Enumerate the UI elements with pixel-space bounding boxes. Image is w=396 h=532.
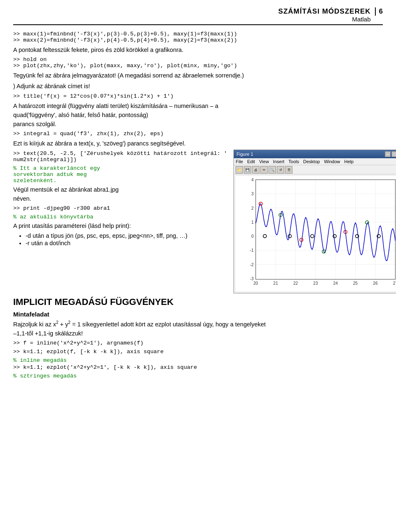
section-code-2: >> k=1.1; ezplot(f, [-k k -k k]), axis s… (13, 349, 383, 355)
print-params-list: -d után a típus jön (ps, psc, eps, epsc,… (26, 232, 227, 246)
svg-text:2: 2 (252, 206, 254, 211)
svg-text:-3: -3 (250, 277, 254, 281)
two-col-section: >> text(20.5, -2.5, ['Zérushelyek között… (13, 150, 383, 293)
code-block-6-black: >> print -djpeg90 -r300 abra1 (13, 205, 227, 211)
left-column: >> text(20.5, -2.5, ['Zérushelyek között… (13, 150, 227, 293)
menu-desktop[interactable]: Desktop (303, 159, 320, 164)
code-block-5-black: >> text(20.5, -2.5, ['Zérushelyek között… (13, 150, 227, 163)
body-text-6: Végül mentsük el az ábránkat abra1.jpgné… (13, 185, 227, 204)
section-code-5: % sztringes megadás (13, 373, 383, 379)
body-text-3: ) Adjunk az ábrának címet is! (13, 82, 383, 91)
right-column: Figure 1 ─ □ ✕ File Edit View Insert Too… (233, 150, 396, 293)
page-number: 6 (375, 7, 383, 16)
code-block-4: >> integral = quad('f3', zhx(1), zhx(2),… (13, 131, 383, 137)
svg-text:3: 3 (252, 192, 254, 197)
body-text-2: Tegyünk fel az ábrára jelmagyarázatot! (… (13, 71, 383, 80)
body-text-7: A print utasítás paraméterei (lásd help … (13, 222, 227, 231)
section-code-1: >> f = inline('x^2+y^2=1'), argnames(f) (13, 340, 383, 346)
svg-text:21: 21 (273, 281, 278, 286)
page-header: SZÁMÍTÁSI MÓDSZEREK Matlab 6 (13, 7, 383, 25)
toolbar-btn-1[interactable]: 📁 (236, 166, 243, 173)
minimize-button[interactable]: ─ (385, 151, 391, 157)
titlebar-buttons: ─ □ ✕ (385, 151, 396, 157)
figure-title-text: Figure 1 (236, 152, 253, 157)
sup-y2: 2 (68, 320, 71, 325)
svg-text:24: 24 (333, 281, 338, 286)
svg-text:22: 22 (293, 281, 298, 286)
list-item-2: -r után a dot/inch (26, 240, 227, 246)
figure-plot-area: 4 3 2 1 0 -1 -2 -3 20 21 22 23 24 25 (236, 176, 396, 291)
svg-text:-2: -2 (250, 262, 254, 267)
menu-tools[interactable]: Tools (288, 159, 299, 164)
body-text-1: A pontokat feltesszük fekete, piros és z… (13, 46, 383, 55)
toolbar-btn-4[interactable]: ✏ (260, 166, 268, 173)
main-title-text: SZÁMÍTÁSI MÓDSZEREK (278, 7, 371, 16)
header-title: SZÁMÍTÁSI MÓDSZEREK Matlab (278, 7, 371, 23)
svg-text:0: 0 (252, 234, 254, 239)
body-text-4: A határozott integrál (függvény alatti t… (13, 102, 383, 129)
code-block-5-green: % Itt a karakterláncot egy sorvektorban … (13, 165, 227, 184)
figure-toolbar: 📁 💾 🖨 ✏ 🔍 ↺ ☰ (234, 165, 396, 174)
subsection-heading: Mintafeladat (13, 311, 383, 318)
figure-titlebar: Figure 1 ─ □ ✕ (234, 150, 396, 158)
svg-text:27: 27 (393, 281, 396, 286)
svg-text:25: 25 (354, 281, 358, 286)
toolbar-btn-6[interactable]: ↺ (277, 166, 284, 173)
menu-edit[interactable]: Edit (247, 159, 255, 164)
body-text-5: Ezt is kiírjuk az ábrára a text(x, y, 's… (13, 139, 383, 148)
menu-help[interactable]: Help (344, 159, 354, 164)
section-body-text: Rajzoljuk ki az x2 + y2 = 1 síkegyenlett… (13, 319, 383, 338)
toolbar-btn-7[interactable]: ☰ (285, 166, 292, 173)
list-item-1: -d után a típus jön (ps, psc, eps, epsc,… (26, 232, 227, 239)
menu-insert[interactable]: Insert (273, 159, 285, 164)
menu-file[interactable]: File (236, 159, 243, 164)
section-heading: IMPLICIT MEGADÁSÚ FÜGGVÉNYEK (13, 297, 383, 307)
sup-x2: 2 (56, 320, 59, 325)
maximize-button[interactable]: □ (391, 151, 396, 157)
text-2-content: Tegyünk fel az ábrára jelmagyarázatot! (… (13, 72, 244, 79)
figure-menubar: File Edit View Insert Tools Desktop Wind… (234, 158, 396, 165)
toolbar-btn-2[interactable]: 💾 (244, 166, 251, 173)
section-code-4: >> k=1.1; ezplot('x^2+y^2=1', [-k k -k k… (13, 364, 383, 370)
code-block-1: >> maxx(1)=fminbnd('-f3(x)',p(3)-0.5,p(3… (13, 31, 383, 43)
section-code-3: % inline megadás (13, 357, 383, 363)
figure-window: Figure 1 ─ □ ✕ File Edit View Insert Too… (233, 150, 396, 293)
menu-view[interactable]: View (259, 159, 269, 164)
svg-text:26: 26 (373, 281, 378, 286)
toolbar-btn-3[interactable]: 🖨 (252, 166, 259, 173)
text-3-content: ) Adjunk az ábrának címet is! (13, 83, 90, 89)
svg-text:20: 20 (254, 281, 259, 286)
menu-window[interactable]: Window (324, 159, 340, 164)
svg-text:1: 1 (252, 220, 254, 225)
code-block-2: >> hold on >> plot(zhx,zhy,'ko'), plot(m… (13, 56, 383, 69)
toolbar-btn-5[interactable]: 🔍 (269, 166, 276, 173)
svg-text:4: 4 (252, 178, 254, 182)
plot-svg: 4 3 2 1 0 -1 -2 -3 20 21 22 23 24 25 (237, 178, 396, 290)
code-block-6-green: % az aktuális könyvtárba (13, 214, 227, 220)
svg-text:23: 23 (314, 281, 318, 286)
code-block-3: >> title('f(x) = 12*cos(0.07*x)*sin(1.2*… (13, 93, 383, 99)
svg-text:-1: -1 (250, 248, 254, 253)
sub-title-text: Matlab (278, 16, 371, 23)
